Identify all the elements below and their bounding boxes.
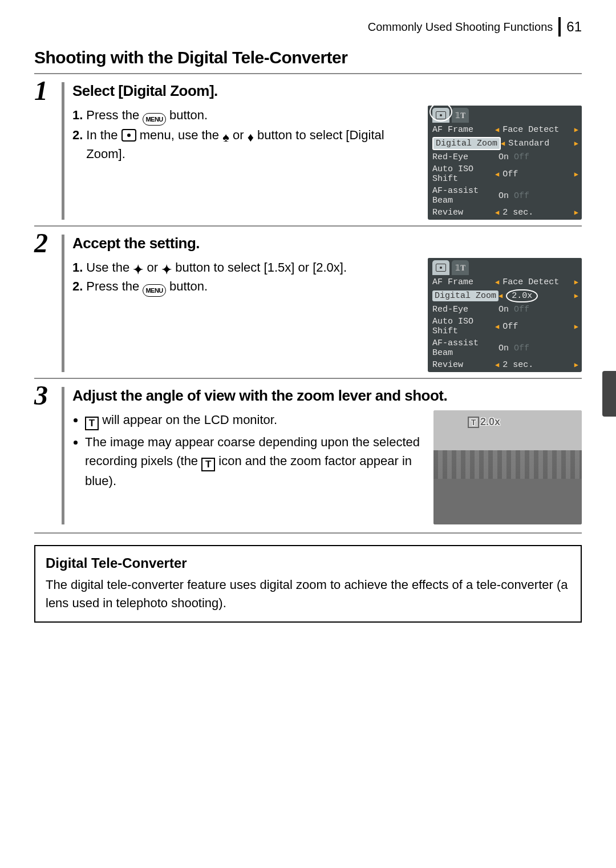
menu-button-icon: MENU xyxy=(143,113,165,126)
step-3: 3 Adjust the angle of view with the zoom… xyxy=(34,378,582,534)
down-arrow-icon: ♦ xyxy=(248,131,254,144)
t-indicator-icon: T xyxy=(85,417,99,430)
menu-tabs: 𝟙𝐓 xyxy=(428,106,582,123)
substep-number: 2. xyxy=(72,277,83,296)
camera-menu-1: 𝟙𝐓 AF Frame◀Face Detect▶ Digital Zoom◀St… xyxy=(428,106,582,220)
menu-row: Auto ISO Shift◀Off▶ xyxy=(428,163,582,185)
menu-row: AF Frame◀Face Detect▶ xyxy=(428,124,582,136)
rec-tab-icon xyxy=(432,260,449,275)
right-arrow-icon: ✦ xyxy=(161,264,172,276)
step-2-title: Accept the setting. xyxy=(72,235,582,252)
step-1-title: Select [Digital Zoom]. xyxy=(72,82,582,100)
menu-tabs: 𝟙𝐓 xyxy=(428,258,582,275)
camera-menu-2: 𝟙𝐓 AF Frame◀Face Detect▶ Digital Zoom◀2.… xyxy=(428,258,582,372)
menu-row: AF-assist BeamOn Off xyxy=(428,185,582,207)
substep-number: 2. xyxy=(72,126,83,144)
step-2-sub-2: 2. Press the MENU button. xyxy=(72,277,419,297)
menu-row-highlight: Digital Zoom◀2.0x▶ xyxy=(428,288,582,304)
step-1-sub-2: 2. In the menu, use the ♠ or ♦ button to… xyxy=(72,126,419,163)
t-indicator-icon: T xyxy=(201,458,215,471)
menu-row: AF-assist BeamOn Off xyxy=(428,337,582,359)
separator-icon xyxy=(558,17,561,37)
menu-button-icon: MENU xyxy=(143,284,165,297)
info-box-title: Digital Tele-Converter xyxy=(46,555,570,571)
page-header: Commonly Used Shooting Functions 61 xyxy=(34,17,582,37)
zoom-indicator-badge: T 2.0x xyxy=(468,416,500,428)
step-1-sub-1: 1. Press the MENU button. xyxy=(72,106,419,126)
info-box-body: The digital tele-converter feature uses … xyxy=(46,576,570,612)
step-2: 2 Accept the setting. 1. Use the ✦ or ✦ … xyxy=(34,225,582,372)
menu-row: AF Frame◀Face Detect▶ xyxy=(428,276,582,288)
menu-row: Red-EyeOn Off xyxy=(428,151,582,163)
step-3-title: Adjust the angle of view with the zoom l… xyxy=(72,387,582,405)
menu-row: Red-EyeOn Off xyxy=(428,304,582,316)
edge-tab-icon xyxy=(602,371,616,417)
rec-tab-icon xyxy=(432,108,449,123)
up-arrow-icon: ♠ xyxy=(222,131,229,144)
info-box: Digital Tele-Converter The digital tele-… xyxy=(34,545,582,623)
menu-row: Review◀2 sec.▶ xyxy=(428,207,582,219)
breadcrumb: Commonly Used Shooting Functions xyxy=(368,21,553,34)
step-3-bullet-1: T will appear on the LCD monitor. xyxy=(85,410,424,430)
t-indicator-icon: T xyxy=(468,417,479,428)
step-number: 1 xyxy=(34,77,48,104)
lcd-preview: T 2.0x xyxy=(433,410,582,524)
step-3-bullet-2: The image may appear coarse depending up… xyxy=(85,433,424,490)
menu-row: Auto ISO Shift◀Off▶ xyxy=(428,316,582,337)
step-number: 2 xyxy=(34,229,48,257)
section-title: Shooting with the Digital Tele-Converter xyxy=(34,48,582,67)
step-2-sub-1: 1. Use the ✦ or ✦ button to select [1.5x… xyxy=(72,258,419,277)
setup-tab-icon: 𝟙𝐓 xyxy=(452,260,469,275)
step-1: 1 Select [Digital Zoom]. 1. Press the ME… xyxy=(34,73,582,220)
step-number: 3 xyxy=(34,382,48,409)
page: Commonly Used Shooting Functions 61 Shoo… xyxy=(0,0,616,868)
menu-row: Review◀2 sec.▶ xyxy=(428,359,582,371)
left-arrow-icon: ✦ xyxy=(133,264,143,276)
menu-row-highlight: Digital Zoom◀Standard▶ xyxy=(428,136,582,151)
setup-tab-icon: 𝟙𝐓 xyxy=(452,108,469,123)
rec-menu-icon xyxy=(121,129,136,142)
substep-number: 1. xyxy=(72,258,83,277)
substep-number: 1. xyxy=(72,106,83,124)
page-number: 61 xyxy=(566,19,582,35)
